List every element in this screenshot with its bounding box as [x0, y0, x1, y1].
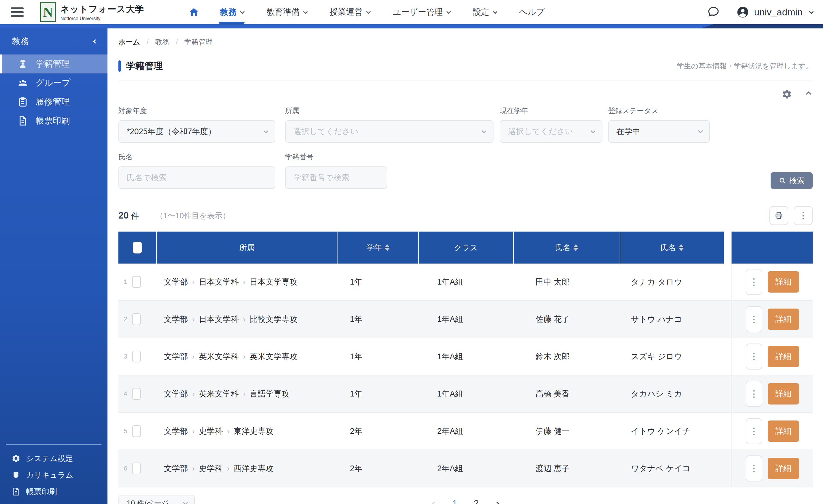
chevron-down-icon	[698, 128, 703, 133]
row-menu-button[interactable]: ⋮	[746, 381, 762, 407]
name-cell: 田中 太郎	[514, 264, 620, 300]
result-count: 20件	[119, 210, 139, 221]
filter-panel: 対象年度 *2025年度（令和7年度） 所属 選択してください 現在学年 選択し…	[119, 106, 813, 189]
row-checkbox[interactable]	[132, 276, 141, 288]
student-icon	[17, 58, 28, 69]
user-menu[interactable]: univ_admin	[736, 6, 812, 19]
nav-item-jugyo-unei[interactable]: 授業運営	[329, 1, 369, 23]
sidebar-collapse-icon[interactable]	[93, 39, 98, 43]
table-row: 4 文学部›英米文学科›言語学専攻 1年 1年A組 高橋 美香 タカハシ ミカ …	[119, 375, 813, 413]
sidebar-item-gakuseki-kanri[interactable]: 学籍管理	[0, 54, 108, 73]
affiliation-cell: 文学部›英米文学科›言語学専攻	[157, 375, 337, 412]
name-label: 氏名	[119, 152, 275, 162]
breadcrumb-home[interactable]: ホーム	[119, 37, 140, 47]
printer-icon	[775, 211, 783, 220]
page-button-1[interactable]: 1	[452, 498, 457, 504]
detail-button[interactable]: 詳細	[768, 458, 799, 479]
status-select[interactable]: 在学中	[608, 120, 710, 143]
row-checkbox[interactable]	[132, 463, 141, 474]
grade-cell: 2年	[337, 450, 419, 487]
search-icon	[779, 177, 786, 184]
pagination-bar: 10 件/ページ 1 2	[119, 493, 813, 504]
print-button[interactable]	[770, 206, 788, 225]
header-affiliation[interactable]: 所属	[157, 231, 337, 264]
row-number: 3	[121, 353, 127, 360]
row-menu-button[interactable]: ⋮	[746, 343, 762, 369]
class-cell: 2年A組	[419, 413, 514, 450]
sort-icon[interactable]	[385, 244, 389, 251]
chevron-down-icon	[809, 9, 814, 14]
sidebar-item-risyu-kanri[interactable]: 履修管理	[0, 93, 108, 111]
per-page-select[interactable]: 10 件/ページ	[119, 495, 195, 504]
table-row: 6 文学部›史学科›西洋史専攻 2年 2年A組 渡辺 恵子 ワタナベ ケイコ ⋮…	[119, 450, 813, 487]
user-avatar-icon	[736, 6, 749, 19]
next-page-button[interactable]	[495, 498, 499, 504]
nav-item-user-kanri[interactable]: ユーザー管理	[392, 1, 449, 23]
sidebar-item-chohyo-insatsu[interactable]: 帳票印刷	[0, 111, 108, 130]
chevron-down-icon	[446, 9, 451, 14]
name-cell: 佐藤 花子	[514, 301, 620, 338]
breadcrumb: ホーム / 教務 / 学籍管理	[119, 28, 813, 47]
sidebar-item-group[interactable]: グループ	[0, 73, 108, 93]
row-checkbox[interactable]	[132, 313, 141, 325]
home-icon[interactable]	[189, 7, 199, 17]
name-cell: 高橋 美香	[514, 375, 620, 412]
nav-item-kyomu[interactable]: 教務	[220, 1, 243, 23]
row-checkbox[interactable]	[132, 351, 141, 362]
kebab-icon: ⋮	[799, 211, 808, 220]
filter-settings-gear-icon[interactable]	[782, 89, 792, 100]
header-class[interactable]: クラス	[419, 231, 514, 264]
hamburger-menu-icon[interactable]	[11, 7, 24, 17]
prev-page-button[interactable]	[432, 498, 436, 504]
grade-cell: 1年	[337, 264, 419, 300]
row-number: 6	[121, 465, 127, 472]
sort-icon[interactable]	[573, 244, 578, 251]
header-name[interactable]: 氏名	[514, 231, 620, 264]
detail-button[interactable]: 詳細	[768, 309, 799, 330]
page-description: 学生の基本情報・学籍状況を管理します。	[677, 61, 813, 71]
grade-select[interactable]: 選択してください	[500, 120, 603, 143]
chevron-down-icon	[303, 9, 308, 14]
sidebar-item-chohyo-insatsu-bottom[interactable]: 帳票印刷	[0, 483, 108, 500]
chevron-down-icon	[240, 9, 245, 14]
student-no-search-input[interactable]	[293, 173, 379, 182]
table-row: 3 文学部›英米文学科›英米文学専攻 1年 1年A組 鈴木 次郎 スズキ ジロウ…	[119, 338, 813, 375]
sidebar-item-system-settei[interactable]: システム設定	[0, 450, 108, 467]
breadcrumb-kyomu[interactable]: 教務	[155, 37, 169, 47]
nav-item-kyoiku-junbi[interactable]: 教育準備	[267, 1, 306, 23]
name-search-input[interactable]	[127, 173, 267, 182]
status-label: 登録ステータス	[608, 106, 710, 116]
search-button[interactable]: 検索	[771, 172, 813, 189]
detail-button[interactable]: 詳細	[768, 421, 799, 442]
header-kana[interactable]: 氏名	[620, 231, 724, 264]
gear-icon	[11, 454, 21, 463]
detail-button[interactable]: 詳細	[768, 346, 799, 367]
row-menu-button[interactable]: ⋮	[746, 269, 762, 295]
detail-button[interactable]: 詳細	[768, 383, 799, 404]
sort-icon[interactable]	[679, 244, 684, 251]
row-checkbox[interactable]	[132, 425, 141, 437]
row-checkbox[interactable]	[132, 388, 141, 400]
chat-icon[interactable]	[707, 5, 720, 19]
student-table: 所属 学年 クラス 氏名 氏名 1 文学部›日本文学科›日本文学専攻 1年 1年…	[119, 231, 813, 487]
nav-item-settei[interactable]: 設定	[473, 1, 496, 23]
class-cell: 2年A組	[419, 450, 514, 487]
year-select[interactable]: *2025年度（令和7年度）	[119, 120, 275, 143]
table-more-button[interactable]: ⋮	[794, 206, 813, 225]
row-menu-button[interactable]: ⋮	[746, 456, 762, 482]
affiliation-select[interactable]: 選択してください	[285, 120, 494, 143]
kebab-icon: ⋮	[750, 464, 759, 473]
select-all-checkbox[interactable]	[133, 241, 142, 254]
header-grade[interactable]: 学年	[337, 231, 419, 264]
row-menu-button[interactable]: ⋮	[746, 418, 762, 444]
page-button-2[interactable]: 2	[474, 498, 479, 504]
university-logo[interactable]: N ネットフォース大学 Netforce University	[40, 2, 144, 22]
filter-collapse-icon[interactable]	[805, 90, 813, 99]
class-cell: 1年A組	[419, 264, 514, 300]
detail-button[interactable]: 詳細	[768, 271, 799, 293]
nav-item-help[interactable]: ヘルプ	[519, 1, 545, 23]
sidebar-item-curriculum[interactable]: カリキュラム	[0, 467, 108, 483]
row-menu-button[interactable]: ⋮	[746, 306, 762, 332]
affiliation-cell: 文学部›日本文学科›日本文学専攻	[157, 264, 337, 300]
kebab-icon: ⋮	[750, 278, 759, 286]
